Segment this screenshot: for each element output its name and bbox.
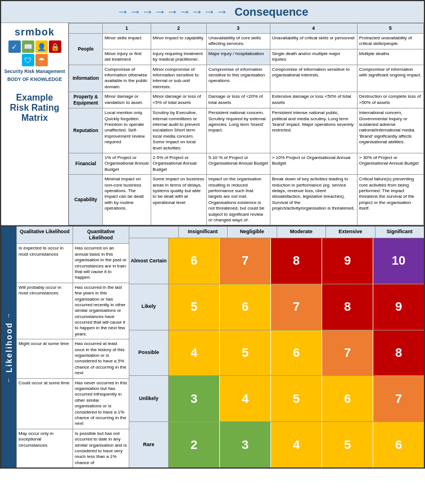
cell-cap-4: Break down of key activities leading to … [270,175,357,225]
matrix-cell-u-2: 4 [220,376,271,421]
table-row-people-skills: People Minor skills impact. Minor impact… [69,34,424,49]
consequence-title: Consequence [234,6,308,18]
matrix-cell-u-5: 7 [373,376,424,421]
matrix-cell-r-1: 2 [169,422,220,467]
matrix-row-possible: Possible 4 5 6 7 8 [129,330,424,376]
logo-area: srmbok ✓ 📖 👤 🔒 🛡 ☂ Security Risk Managem… [3,26,66,83]
title-box: Example Risk Rating Matrix [10,93,59,123]
matrix-col-header-extensive: Extensive [326,226,376,238]
cell-people-1-5: Protracted unavailability of critical sk… [357,34,423,49]
title-rating: Matrix [10,113,59,123]
cell-people-2-4: Single death and/or multiple major injur… [270,49,357,65]
matrix-cell-l-2: 6 [220,284,271,330]
col-header-1: 1 [103,24,151,34]
likelihood-label-rare: Rare [129,422,169,467]
matrix-cell-r-3: 4 [271,422,322,467]
matrix-cell-ac-4: 9 [322,238,373,284]
matrix-cell-p-4: 7 [322,330,373,376]
quant-likely: Has occurred in the last few years in th… [73,283,129,339]
qq-row-likely: Will probably occur in most circumstance… [17,283,129,340]
cell-people-2-1: Minor injury or first aid treatment [103,49,151,65]
matrix-section: Insignificant Negligible Moderate Extens… [129,226,424,467]
row-header-information: Information [69,65,103,92]
matrix-cell-p-2: 5 [220,330,271,376]
cell-info-4: Compromise of information sensitive to o… [270,65,357,92]
quant-possible: Has occurred at least once in the histor… [73,339,129,378]
qq-rows: Is expected to occur in most circumstanc… [17,244,129,467]
likelihood-label-almost-certain: Almost Certain [129,238,169,284]
qq-row-unlikely: Could occur at some time Has never occur… [17,379,129,429]
matrix-cell-p-5: 8 [373,330,424,376]
matrix-cell-l-5: 9 [373,284,424,330]
quant-rare: Is possible but has not occurred to date… [73,429,129,467]
cell-cap-2: Some impact on business areas in terms o… [151,175,206,225]
qq-header-row: Qualitative Likelihood Quantitative Like… [17,226,129,244]
cell-prop-3: Damage or loss of <20% of total assets [206,92,270,108]
cell-info-5: Compromise of information with significa… [357,65,423,92]
cell-info-2: Minor compromise of information sensitiv… [151,65,206,92]
logo-icon-shield: 🛡 [22,54,34,66]
cell-cap-5: Critical failure(s) preventing core acti… [357,175,423,225]
cell-rep-5: International concern, Governmental Inqu… [357,108,423,153]
matrix-cell-u-3: 5 [271,376,322,421]
qual-quant-section: Qualitative Likelihood Quantitative Like… [17,226,129,467]
cell-people-1-2: Minor impact to capability [151,34,206,49]
cell-rep-1: Local mention only. Quickly forgotten. F… [103,108,151,153]
cell-people-1-4: Unavailability of critical skills or per… [270,34,357,49]
matrix-col-header-moderate: Moderate [277,226,327,238]
row-header-capability: Capability [69,175,103,225]
col-header-4: 4 [270,24,357,34]
bottom-section: ↑ Likelihood ↓ Qualitative Likelihood Qu… [1,226,424,467]
qq-row-almost-certain: Is expected to occur in most circumstanc… [17,244,129,283]
matrix-cell-u-1: 3 [169,376,220,421]
likelihood-label-unlikely: Unlikely [129,376,169,421]
col-header-category [69,24,103,34]
col-header-5: 5 [357,24,423,34]
matrix-cell-r-5: 6 [373,422,424,467]
matrix-cell-ac-3: 8 [271,238,322,284]
matrix-cell-p-3: 6 [271,330,322,376]
likelihood-label: Likelihood [4,322,13,373]
srm-subtitle-1: Security Risk Management [3,69,66,75]
table-row-information: Information Compromise of information ot… [69,65,424,92]
cell-cap-3: Impact on the organisation resulting in … [206,175,270,225]
cell-people-1-1: Minor skills impact. [103,34,151,49]
logo-text: srmbok [3,26,66,38]
cell-info-3: Compromise of information sensitive to t… [206,65,270,92]
title-risk: Risk Rating [10,103,59,113]
consequence-arrow-icon: →→→→→→→→→ [117,4,228,19]
quant-unlikely: Has never occurred in this organisation … [73,379,129,429]
cell-fin-2: 2-5% of Project or Organisational Annual… [151,153,206,175]
matrix-rows: Almost Certain 6 7 8 9 10 Likely 5 6 7 8… [129,238,424,467]
cell-rep-3: Persistent national concern. Scrutiny re… [206,108,270,153]
qual-header: Qualitative Likelihood [17,226,73,243]
cell-prop-1: Minor damage or vandalism to asset. [103,92,151,108]
matrix-cell-p-1: 4 [169,330,220,376]
matrix-row-unlikely: Unlikely 3 4 5 6 7 [129,376,424,422]
logo-icon-checkmark: ✓ [8,40,21,53]
cell-fin-4: > 10% Project or Organisational Annual B… [270,153,357,175]
logo-icon-book: 📖 [22,40,34,53]
cell-people-2-5: Multiple deaths [357,49,423,65]
matrix-col-header-blank [129,226,179,238]
cell-prop-4: Extensive damage or loss <50% of total a… [270,92,357,108]
logo-icon-umbrella: ☂ [35,54,48,66]
table-row-capability: Capability Minimal impact on non-core bu… [69,175,424,225]
cell-fin-3: 5-10 % of Project or Organisational Annu… [206,153,270,175]
matrix-row-almost-certain: Almost Certain 6 7 8 9 10 [129,238,424,284]
matrix-cell-u-4: 6 [322,376,373,421]
matrix-cell-l-4: 8 [322,284,373,330]
top-section: srmbok ✓ 📖 👤 🔒 🛡 ☂ Security Risk Managem… [1,23,424,226]
cell-prop-2: Minor damage or loss of <5% of total ass… [151,92,206,108]
cell-fin-1: 1% of Project or Organisational Annual B… [103,153,151,175]
matrix-col-header-insignificant: Insignificant [179,226,228,238]
table-row-property: Property & Equipment Minor damage or van… [69,92,424,108]
cell-rep-4: Persistent intense national public, poli… [270,108,357,153]
matrix-cell-r-2: 3 [220,422,271,467]
row-header-financial: Financial [69,153,103,175]
consequence-header: →→→→→→→→→ Consequence [1,1,424,23]
cell-fin-5: > 30% of Project or Organisational Annua… [357,153,423,175]
qual-unlikely: Could occur at some time [17,379,73,429]
table-row-financial: Financial 1% of Project or Organisationa… [69,153,424,175]
cell-cap-1: Minimal impact on non-core business oper… [103,175,151,225]
